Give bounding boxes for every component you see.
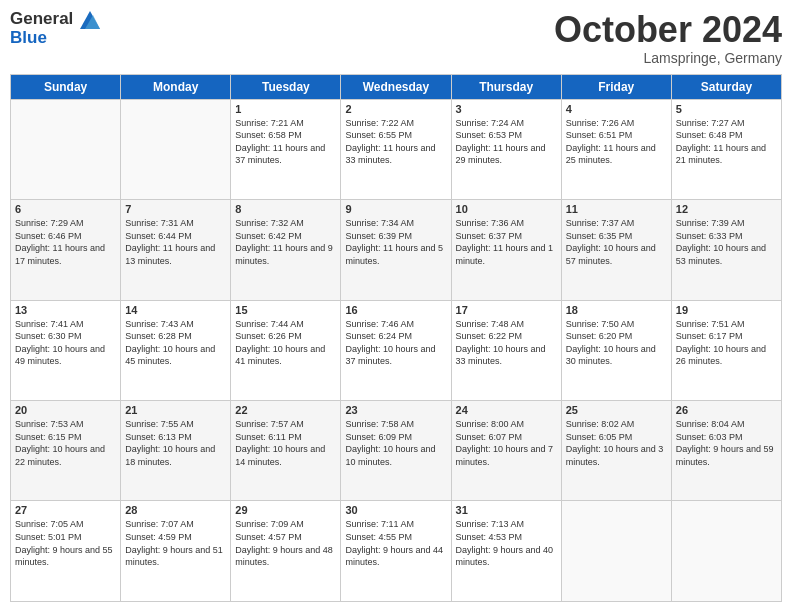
day-number: 24 <box>456 404 557 416</box>
location: Lamspringe, Germany <box>554 50 782 66</box>
calendar-cell: 10Sunrise: 7:36 AM Sunset: 6:37 PM Dayli… <box>451 200 561 300</box>
calendar-cell: 5Sunrise: 7:27 AM Sunset: 6:48 PM Daylig… <box>671 99 781 199</box>
col-wednesday: Wednesday <box>341 74 451 99</box>
calendar-cell: 31Sunrise: 7:13 AM Sunset: 4:53 PM Dayli… <box>451 501 561 602</box>
logo-icon <box>80 11 100 29</box>
day-number: 12 <box>676 203 777 215</box>
calendar-cell: 13Sunrise: 7:41 AM Sunset: 6:30 PM Dayli… <box>11 300 121 400</box>
calendar-cell: 8Sunrise: 7:32 AM Sunset: 6:42 PM Daylig… <box>231 200 341 300</box>
day-number: 7 <box>125 203 226 215</box>
day-info: Sunrise: 7:41 AM Sunset: 6:30 PM Dayligh… <box>15 318 116 368</box>
calendar-header-row: Sunday Monday Tuesday Wednesday Thursday… <box>11 74 782 99</box>
header: General Blue October 2024 Lamspringe, Ge… <box>10 10 782 66</box>
day-number: 9 <box>345 203 446 215</box>
col-monday: Monday <box>121 74 231 99</box>
calendar-cell: 4Sunrise: 7:26 AM Sunset: 6:51 PM Daylig… <box>561 99 671 199</box>
day-info: Sunrise: 7:55 AM Sunset: 6:13 PM Dayligh… <box>125 418 226 468</box>
day-number: 27 <box>15 504 116 516</box>
day-info: Sunrise: 7:37 AM Sunset: 6:35 PM Dayligh… <box>566 217 667 267</box>
day-info: Sunrise: 7:09 AM Sunset: 4:57 PM Dayligh… <box>235 518 336 568</box>
day-number: 20 <box>15 404 116 416</box>
calendar-cell: 23Sunrise: 7:58 AM Sunset: 6:09 PM Dayli… <box>341 401 451 501</box>
day-number: 23 <box>345 404 446 416</box>
calendar-cell: 7Sunrise: 7:31 AM Sunset: 6:44 PM Daylig… <box>121 200 231 300</box>
day-info: Sunrise: 8:00 AM Sunset: 6:07 PM Dayligh… <box>456 418 557 468</box>
col-saturday: Saturday <box>671 74 781 99</box>
title-block: October 2024 Lamspringe, Germany <box>554 10 782 66</box>
day-info: Sunrise: 8:02 AM Sunset: 6:05 PM Dayligh… <box>566 418 667 468</box>
page: General Blue October 2024 Lamspringe, Ge… <box>0 0 792 612</box>
calendar-cell: 11Sunrise: 7:37 AM Sunset: 6:35 PM Dayli… <box>561 200 671 300</box>
calendar-cell: 17Sunrise: 7:48 AM Sunset: 6:22 PM Dayli… <box>451 300 561 400</box>
day-info: Sunrise: 7:07 AM Sunset: 4:59 PM Dayligh… <box>125 518 226 568</box>
calendar-cell: 28Sunrise: 7:07 AM Sunset: 4:59 PM Dayli… <box>121 501 231 602</box>
day-info: Sunrise: 7:36 AM Sunset: 6:37 PM Dayligh… <box>456 217 557 267</box>
calendar-cell: 27Sunrise: 7:05 AM Sunset: 5:01 PM Dayli… <box>11 501 121 602</box>
day-info: Sunrise: 7:31 AM Sunset: 6:44 PM Dayligh… <box>125 217 226 267</box>
calendar-cell: 15Sunrise: 7:44 AM Sunset: 6:26 PM Dayli… <box>231 300 341 400</box>
logo-blue: Blue <box>10 29 100 48</box>
calendar-cell: 20Sunrise: 7:53 AM Sunset: 6:15 PM Dayli… <box>11 401 121 501</box>
calendar-cell: 30Sunrise: 7:11 AM Sunset: 4:55 PM Dayli… <box>341 501 451 602</box>
day-info: Sunrise: 8:04 AM Sunset: 6:03 PM Dayligh… <box>676 418 777 468</box>
logo: General Blue <box>10 10 100 47</box>
day-number: 14 <box>125 304 226 316</box>
calendar-cell: 19Sunrise: 7:51 AM Sunset: 6:17 PM Dayli… <box>671 300 781 400</box>
day-number: 6 <box>15 203 116 215</box>
calendar-cell <box>11 99 121 199</box>
day-info: Sunrise: 7:51 AM Sunset: 6:17 PM Dayligh… <box>676 318 777 368</box>
day-number: 21 <box>125 404 226 416</box>
day-info: Sunrise: 7:43 AM Sunset: 6:28 PM Dayligh… <box>125 318 226 368</box>
day-info: Sunrise: 7:48 AM Sunset: 6:22 PM Dayligh… <box>456 318 557 368</box>
day-number: 29 <box>235 504 336 516</box>
day-number: 18 <box>566 304 667 316</box>
day-info: Sunrise: 7:39 AM Sunset: 6:33 PM Dayligh… <box>676 217 777 267</box>
day-info: Sunrise: 7:21 AM Sunset: 6:58 PM Dayligh… <box>235 117 336 167</box>
col-sunday: Sunday <box>11 74 121 99</box>
day-number: 16 <box>345 304 446 316</box>
day-info: Sunrise: 7:34 AM Sunset: 6:39 PM Dayligh… <box>345 217 446 267</box>
day-number: 31 <box>456 504 557 516</box>
day-number: 3 <box>456 103 557 115</box>
day-info: Sunrise: 7:13 AM Sunset: 4:53 PM Dayligh… <box>456 518 557 568</box>
day-info: Sunrise: 7:58 AM Sunset: 6:09 PM Dayligh… <box>345 418 446 468</box>
calendar-cell: 6Sunrise: 7:29 AM Sunset: 6:46 PM Daylig… <box>11 200 121 300</box>
calendar-table: Sunday Monday Tuesday Wednesday Thursday… <box>10 74 782 602</box>
day-number: 25 <box>566 404 667 416</box>
calendar-week-row: 1Sunrise: 7:21 AM Sunset: 6:58 PM Daylig… <box>11 99 782 199</box>
day-info: Sunrise: 7:46 AM Sunset: 6:24 PM Dayligh… <box>345 318 446 368</box>
day-number: 1 <box>235 103 336 115</box>
day-info: Sunrise: 7:26 AM Sunset: 6:51 PM Dayligh… <box>566 117 667 167</box>
calendar-week-row: 20Sunrise: 7:53 AM Sunset: 6:15 PM Dayli… <box>11 401 782 501</box>
calendar-cell: 14Sunrise: 7:43 AM Sunset: 6:28 PM Dayli… <box>121 300 231 400</box>
day-number: 11 <box>566 203 667 215</box>
calendar-cell: 2Sunrise: 7:22 AM Sunset: 6:55 PM Daylig… <box>341 99 451 199</box>
day-info: Sunrise: 7:24 AM Sunset: 6:53 PM Dayligh… <box>456 117 557 167</box>
calendar-cell: 1Sunrise: 7:21 AM Sunset: 6:58 PM Daylig… <box>231 99 341 199</box>
calendar-cell: 3Sunrise: 7:24 AM Sunset: 6:53 PM Daylig… <box>451 99 561 199</box>
day-info: Sunrise: 7:29 AM Sunset: 6:46 PM Dayligh… <box>15 217 116 267</box>
day-number: 10 <box>456 203 557 215</box>
day-number: 19 <box>676 304 777 316</box>
month-title: October 2024 <box>554 10 782 50</box>
day-info: Sunrise: 7:44 AM Sunset: 6:26 PM Dayligh… <box>235 318 336 368</box>
day-number: 26 <box>676 404 777 416</box>
day-info: Sunrise: 7:11 AM Sunset: 4:55 PM Dayligh… <box>345 518 446 568</box>
day-number: 8 <box>235 203 336 215</box>
day-number: 5 <box>676 103 777 115</box>
calendar-cell: 12Sunrise: 7:39 AM Sunset: 6:33 PM Dayli… <box>671 200 781 300</box>
day-info: Sunrise: 7:32 AM Sunset: 6:42 PM Dayligh… <box>235 217 336 267</box>
day-info: Sunrise: 7:27 AM Sunset: 6:48 PM Dayligh… <box>676 117 777 167</box>
col-thursday: Thursday <box>451 74 561 99</box>
calendar-cell <box>671 501 781 602</box>
day-info: Sunrise: 7:50 AM Sunset: 6:20 PM Dayligh… <box>566 318 667 368</box>
day-info: Sunrise: 7:53 AM Sunset: 6:15 PM Dayligh… <box>15 418 116 468</box>
calendar-cell: 16Sunrise: 7:46 AM Sunset: 6:24 PM Dayli… <box>341 300 451 400</box>
col-friday: Friday <box>561 74 671 99</box>
day-info: Sunrise: 7:57 AM Sunset: 6:11 PM Dayligh… <box>235 418 336 468</box>
calendar-cell: 18Sunrise: 7:50 AM Sunset: 6:20 PM Dayli… <box>561 300 671 400</box>
calendar-cell: 26Sunrise: 8:04 AM Sunset: 6:03 PM Dayli… <box>671 401 781 501</box>
day-number: 28 <box>125 504 226 516</box>
col-tuesday: Tuesday <box>231 74 341 99</box>
day-number: 17 <box>456 304 557 316</box>
